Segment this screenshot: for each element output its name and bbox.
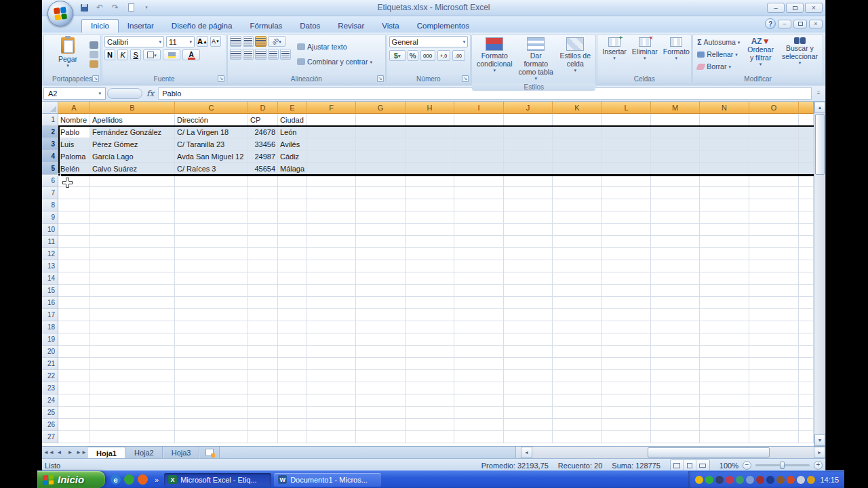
agent-icon[interactable] <box>736 476 744 484</box>
cell-J22[interactable] <box>504 370 553 382</box>
network-icon[interactable] <box>756 476 764 484</box>
cell-B17[interactable] <box>90 309 175 321</box>
cell-J16[interactable] <box>504 297 553 309</box>
cell-A10[interactable] <box>58 224 90 236</box>
cell-E8[interactable] <box>278 199 307 211</box>
cell-B12[interactable] <box>90 248 175 260</box>
column-header-F[interactable]: F <box>307 102 356 114</box>
cell-K5[interactable] <box>553 163 602 175</box>
cell-H25[interactable] <box>406 407 454 419</box>
cell-M26[interactable] <box>651 419 700 431</box>
cell-J10[interactable] <box>504 224 553 236</box>
security-icon[interactable] <box>807 476 815 484</box>
increase-decimal-button[interactable]: +,0 <box>437 50 450 61</box>
number-dialog-launcher-icon[interactable]: ↘ <box>462 75 469 82</box>
cell-F6[interactable] <box>307 175 356 187</box>
cell-L26[interactable] <box>602 419 651 431</box>
cell-G16[interactable] <box>356 297 406 309</box>
cell-A26[interactable] <box>58 419 90 431</box>
cell-A1[interactable]: Nombre <box>58 114 90 126</box>
cell-N24[interactable] <box>700 394 749 407</box>
cell-L15[interactable] <box>602 285 651 297</box>
cell-M23[interactable] <box>651 382 700 394</box>
cell-C2[interactable]: C/ La Virgen 18 <box>175 126 248 138</box>
cell-filler-27[interactable] <box>799 431 814 443</box>
cell-filler-8[interactable] <box>799 199 814 211</box>
cell-M7[interactable] <box>651 187 700 199</box>
cell-K19[interactable] <box>553 333 602 346</box>
cell-I27[interactable] <box>454 431 504 443</box>
cell-filler-11[interactable] <box>799 236 814 248</box>
cell-F1[interactable] <box>307 114 356 126</box>
cell-C9[interactable] <box>175 211 248 224</box>
cell-I14[interactable] <box>454 272 504 285</box>
cell-B16[interactable] <box>90 297 175 309</box>
cell-E25[interactable] <box>278 407 307 419</box>
cell-M12[interactable] <box>651 248 700 260</box>
tab-vista[interactable]: Vista <box>373 20 408 33</box>
cell-C26[interactable] <box>175 419 248 431</box>
cell-H14[interactable] <box>406 272 454 285</box>
tab-inicio[interactable]: Inicio <box>81 19 119 33</box>
cell-A4[interactable]: Paloma <box>58 150 90 163</box>
cell-O16[interactable] <box>749 297 799 309</box>
cell-L9[interactable] <box>602 211 651 224</box>
sort-filter-button[interactable]: AZ▼ Ordenar y filtrar ▾ <box>745 36 776 73</box>
cell-filler-20[interactable] <box>799 346 814 358</box>
help-icon[interactable]: ? <box>765 18 776 29</box>
cell-K7[interactable] <box>553 187 602 199</box>
row-header-22[interactable]: 22 <box>42 370 58 382</box>
cell-M2[interactable] <box>651 126 700 138</box>
cell-O10[interactable] <box>749 224 799 236</box>
cell-M25[interactable] <box>651 407 700 419</box>
cell-J6[interactable] <box>504 175 553 187</box>
cell-B6[interactable] <box>90 175 175 187</box>
align-center-icon[interactable] <box>243 49 254 60</box>
cell-B20[interactable] <box>90 346 175 358</box>
cell-D18[interactable] <box>248 321 278 333</box>
clipboard-dialog-launcher-icon[interactable]: ↘ <box>92 75 99 82</box>
scroll-up-icon[interactable]: ▲ <box>814 102 825 113</box>
cell-I13[interactable] <box>454 260 504 272</box>
cell-N18[interactable] <box>700 321 749 333</box>
cell-B10[interactable] <box>90 224 175 236</box>
cell-E16[interactable] <box>278 297 307 309</box>
fill-button[interactable]: Rellenar▾ <box>695 49 742 60</box>
cell-B13[interactable] <box>90 260 175 272</box>
cell-G18[interactable] <box>356 321 406 333</box>
cell-I24[interactable] <box>454 394 504 407</box>
cell-H23[interactable] <box>406 382 454 394</box>
cell-B18[interactable] <box>90 321 175 333</box>
cell-M16[interactable] <box>651 297 700 309</box>
cell-filler-19[interactable] <box>799 333 814 346</box>
cell-C11[interactable] <box>175 236 248 248</box>
accounting-format-button[interactable]: $▾ <box>389 50 406 61</box>
cell-D11[interactable] <box>248 236 278 248</box>
zoom-out-icon[interactable]: − <box>743 461 751 470</box>
cell-A2[interactable]: Pablo <box>58 126 90 138</box>
percent-style-button[interactable]: % <box>408 50 418 61</box>
cell-O4[interactable] <box>749 150 799 163</box>
cell-E26[interactable] <box>278 419 307 431</box>
cell-F13[interactable] <box>307 260 356 272</box>
cell-K9[interactable] <box>553 211 602 224</box>
pen-icon[interactable] <box>746 476 754 484</box>
cell-L22[interactable] <box>602 370 651 382</box>
cell-E10[interactable] <box>278 224 307 236</box>
cell-A19[interactable] <box>58 333 90 346</box>
cell-J2[interactable] <box>504 126 553 138</box>
cell-O6[interactable] <box>749 175 799 187</box>
cell-A27[interactable] <box>58 431 90 443</box>
cell-G14[interactable] <box>356 272 406 285</box>
zoom-slider-thumb[interactable] <box>780 462 785 469</box>
cell-A24[interactable] <box>58 394 90 407</box>
cell-F4[interactable] <box>307 150 356 163</box>
cell-H2[interactable] <box>406 126 454 138</box>
cell-F8[interactable] <box>307 199 356 211</box>
cell-C15[interactable] <box>175 285 248 297</box>
cell-A16[interactable] <box>58 297 90 309</box>
cell-E9[interactable] <box>278 211 307 224</box>
cell-K14[interactable] <box>553 272 602 285</box>
name-box[interactable]: A2 ▾ <box>43 87 106 100</box>
close-button[interactable]: × <box>805 3 823 13</box>
